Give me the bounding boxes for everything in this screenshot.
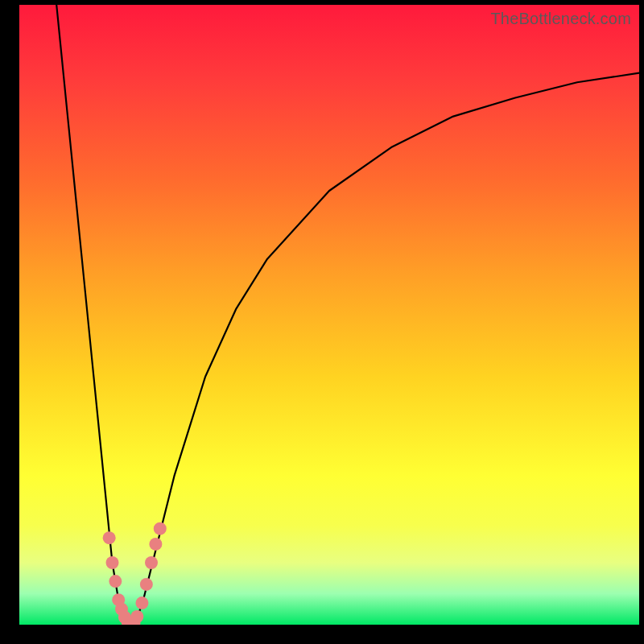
plot-area: TheBottleneck.com	[19, 5, 639, 625]
highlight-dot	[140, 578, 153, 591]
highlight-dots	[103, 522, 167, 625]
chart-svg	[19, 5, 639, 625]
highlight-dot	[135, 597, 148, 609]
highlight-dot	[145, 556, 158, 569]
highlight-dot	[109, 575, 122, 588]
highlight-dot	[106, 556, 119, 569]
highlight-dot	[130, 610, 143, 623]
watermark: TheBottleneck.com	[490, 10, 631, 28]
chart-frame: TheBottleneck.com	[0, 0, 644, 644]
highlight-dot	[149, 538, 162, 551]
bottleneck-curve	[56, 5, 639, 625]
highlight-dot	[154, 522, 167, 535]
highlight-dot	[103, 531, 116, 544]
